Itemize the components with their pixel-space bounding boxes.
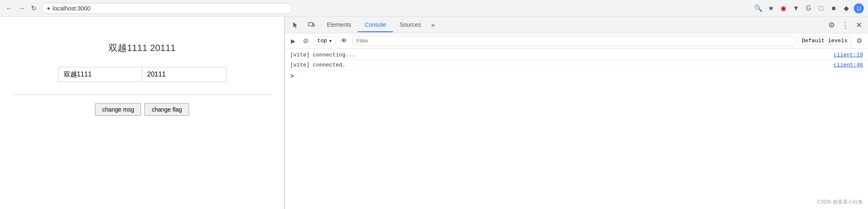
console-block-button[interactable]: ⊘ bbox=[300, 36, 311, 46]
devtools-settings-button[interactable]: ⚙ bbox=[826, 19, 837, 31]
console-line-1-text: [vite] connecting... bbox=[290, 52, 355, 58]
webpage-title: 双越1111 20111 bbox=[108, 42, 175, 54]
address-secure-icon: ● bbox=[47, 5, 50, 11]
more-tabs-button[interactable]: » bbox=[428, 20, 438, 31]
webpage-inputs bbox=[58, 67, 226, 82]
extension-google-icon[interactable]: G bbox=[804, 3, 814, 13]
console-line-2-source[interactable]: client:46 bbox=[834, 62, 863, 68]
element-picker-button[interactable] bbox=[288, 20, 303, 31]
console-filter-input[interactable] bbox=[352, 36, 796, 46]
address-bar[interactable]: ● localhost:3000 bbox=[41, 3, 293, 14]
console-levels-select[interactable]: Default levels bbox=[798, 36, 851, 45]
msg-input[interactable] bbox=[59, 67, 142, 82]
extensions-puzzle-icon[interactable]: ◆ bbox=[841, 3, 851, 13]
dropdown-arrow-icon: ▾ bbox=[329, 38, 332, 44]
extension-red-icon[interactable]: ◉ bbox=[778, 3, 788, 13]
main-layout: 双越1111 20111 change msg change flag bbox=[0, 17, 868, 209]
address-text: localhost:3000 bbox=[53, 5, 90, 12]
console-eye-button[interactable]: 👁 bbox=[338, 36, 350, 46]
devtools-toolbar-right: ⚙ ⋮ ✕ bbox=[826, 19, 865, 31]
nav-buttons: ← → ↻ bbox=[4, 3, 38, 14]
tab-sources[interactable]: Sources bbox=[393, 18, 428, 32]
console-settings-button[interactable]: ⚙ bbox=[854, 36, 865, 46]
extension-arrow-icon[interactable]: ▼ bbox=[791, 3, 801, 13]
tab-elements[interactable]: Elements bbox=[320, 18, 358, 32]
forward-button[interactable]: → bbox=[17, 3, 27, 14]
context-value: top bbox=[317, 38, 327, 44]
console-line-1: [vite] connecting... client:19 bbox=[285, 50, 868, 60]
extension-square-icon[interactable]: □ bbox=[816, 3, 826, 13]
extension-misc-icon[interactable]: ■ bbox=[829, 3, 839, 13]
change-flag-button[interactable]: change flag bbox=[144, 103, 189, 116]
console-play-button[interactable]: ▶ bbox=[288, 36, 298, 46]
console-prompt[interactable]: > bbox=[285, 70, 868, 83]
change-msg-button[interactable]: change msg bbox=[95, 103, 141, 116]
user-avatar-icon[interactable]: U bbox=[854, 3, 864, 13]
devtools-toolbar: Elements Console Sources » ⚙ ⋮ ✕ bbox=[285, 17, 868, 33]
devtools-close-button[interactable]: ✕ bbox=[853, 19, 865, 31]
console-toolbar: ▶ ⊘ top ▾ 👁 Default levels ⚙ bbox=[285, 33, 868, 48]
bookmark-star-icon[interactable]: ★ bbox=[766, 3, 776, 13]
device-toggle-button[interactable] bbox=[304, 20, 318, 31]
svg-rect-0 bbox=[308, 23, 313, 26]
console-context-select[interactable]: top ▾ bbox=[313, 36, 336, 46]
tab-console[interactable]: Console bbox=[358, 18, 393, 32]
back-button[interactable]: ← bbox=[4, 3, 14, 14]
console-output: [vite] connecting... client:19 [vite] co… bbox=[285, 48, 868, 209]
webpage-buttons: change msg change flag bbox=[95, 103, 189, 116]
devtools-more-options-button[interactable]: ⋮ bbox=[839, 19, 852, 31]
console-line-1-source[interactable]: client:19 bbox=[834, 52, 863, 58]
zoom-icon[interactable]: 🔍 bbox=[753, 3, 763, 13]
browser-icons-right: 🔍 ★ ◉ ▼ G □ ■ ◆ U bbox=[753, 3, 864, 13]
console-line-2: [vite] connected. client:46 bbox=[285, 60, 868, 70]
browser-chrome: ← → ↻ ● localhost:3000 🔍 ★ ◉ ▼ G □ ■ ◆ U bbox=[0, 0, 868, 17]
svg-rect-1 bbox=[313, 24, 314, 26]
csdn-watermark: CSDN @姜香小白鱼 bbox=[817, 199, 863, 206]
reload-button[interactable]: ↻ bbox=[29, 3, 38, 14]
webpage-divider bbox=[13, 94, 272, 95]
console-line-2-text: [vite] connected. bbox=[290, 62, 346, 68]
webpage-content: 双越1111 20111 change msg change flag bbox=[0, 17, 285, 209]
devtools-tabs: Elements Console Sources » bbox=[320, 18, 438, 32]
console-prompt-arrow: > bbox=[290, 73, 294, 80]
flag-input[interactable] bbox=[142, 67, 226, 82]
devtools-panel: Elements Console Sources » ⚙ ⋮ ✕ ▶ ⊘ top… bbox=[285, 17, 868, 209]
